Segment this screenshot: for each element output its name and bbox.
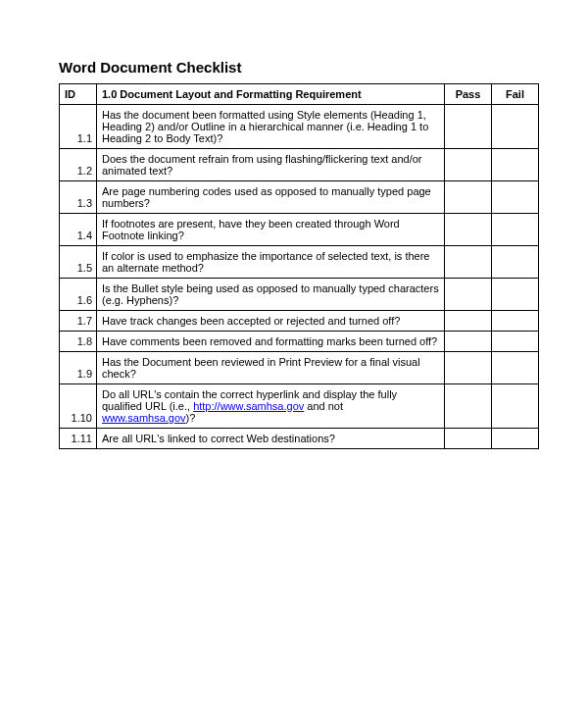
cell-id: 1.5 [60, 246, 97, 279]
cell-desc: Are all URL's linked to correct Web dest… [97, 429, 445, 449]
cell-fail [492, 429, 539, 449]
table-row: 1.11 Are all URL's linked to correct Web… [60, 429, 539, 449]
cell-id: 1.10 [60, 384, 97, 429]
cell-fail [492, 181, 539, 214]
table-row: 1.2 Does the document refrain from using… [60, 149, 539, 181]
cell-pass [445, 384, 492, 429]
header-pass: Pass [445, 84, 492, 105]
table-row: 1.9 Has the Document been reviewed in Pr… [60, 352, 539, 384]
table-row: 1.8 Have comments been removed and forma… [60, 332, 539, 352]
header-fail: Fail [492, 84, 539, 105]
cell-desc: Has the Document been reviewed in Print … [97, 352, 445, 384]
cell-pass [445, 246, 492, 279]
cell-fail [492, 105, 539, 149]
cell-pass [445, 105, 492, 149]
table-row: 1.6 Is the Bullet style being used as op… [60, 279, 539, 311]
cell-pass [445, 181, 492, 214]
table-row: 1.7 Have track changes been accepted or … [60, 311, 539, 332]
cell-id: 1.6 [60, 279, 97, 311]
cell-id: 1.1 [60, 105, 97, 149]
cell-pass [445, 279, 492, 311]
cell-desc: Does the document refrain from using fla… [97, 149, 445, 181]
cell-fail [492, 332, 539, 352]
cell-pass [445, 149, 492, 181]
cell-pass [445, 352, 492, 384]
cell-fail [492, 214, 539, 246]
cell-fail [492, 246, 539, 279]
url-link[interactable]: http://www.samhsa.gov [193, 400, 304, 412]
cell-id: 1.8 [60, 332, 97, 352]
cell-id: 1.2 [60, 149, 97, 181]
cell-fail [492, 352, 539, 384]
table-row: 1.3 Are page numbering codes used as opp… [60, 181, 539, 214]
cell-desc: Have track changes been accepted or reje… [97, 311, 445, 332]
checklist-table: ID 1.0 Document Layout and Formatting Re… [59, 83, 539, 449]
url-link[interactable]: www.samhsa.gov [102, 412, 186, 424]
cell-id: 1.7 [60, 311, 97, 332]
cell-id: 1.4 [60, 214, 97, 246]
cell-fail [492, 384, 539, 429]
cell-desc: Are page numbering codes used as opposed… [97, 181, 445, 214]
cell-id: 1.3 [60, 181, 97, 214]
table-row: 1.10 Do all URL's contain the correct hy… [60, 384, 539, 429]
cell-pass [445, 311, 492, 332]
desc-text: and not [304, 400, 343, 412]
cell-pass [445, 332, 492, 352]
desc-text: )? [186, 412, 196, 424]
cell-desc: Have comments been removed and formattin… [97, 332, 445, 352]
cell-desc: If footnotes are present, have they been… [97, 214, 445, 246]
cell-fail [492, 311, 539, 332]
header-desc: 1.0 Document Layout and Formatting Requi… [97, 84, 445, 105]
header-id: ID [60, 84, 97, 105]
cell-desc: Has the document been formatted using St… [97, 105, 445, 149]
page-title: Word Document Checklist [59, 59, 539, 76]
cell-fail [492, 279, 539, 311]
cell-pass [445, 429, 492, 449]
cell-fail [492, 149, 539, 181]
cell-pass [445, 214, 492, 246]
table-header-row: ID 1.0 Document Layout and Formatting Re… [60, 84, 539, 105]
cell-desc: If color is used to emphasize the import… [97, 246, 445, 279]
table-row: 1.1 Has the document been formatted usin… [60, 105, 539, 149]
cell-id: 1.9 [60, 352, 97, 384]
table-row: 1.5 If color is used to emphasize the im… [60, 246, 539, 279]
cell-desc: Do all URL's contain the correct hyperli… [97, 384, 445, 429]
table-row: 1.4 If footnotes are present, have they … [60, 214, 539, 246]
cell-id: 1.11 [60, 429, 97, 449]
cell-desc: Is the Bullet style being used as oppose… [97, 279, 445, 311]
